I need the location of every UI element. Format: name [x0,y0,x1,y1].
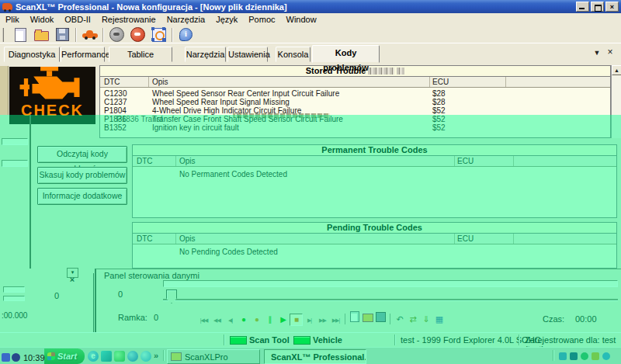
slider-thumb[interactable] [166,289,177,303]
quick-launch-overflow[interactable]: » [154,351,158,360]
tab-close-icon[interactable]: × [605,47,616,57]
close-button[interactable]: × [605,2,619,12]
menu-obd2[interactable]: OBD-II [59,15,96,24]
restore-button[interactable] [591,2,604,12]
tab-performance[interactable]: Performance [61,47,105,62]
menu-narzedzia[interactable]: Narzędzia [161,15,211,24]
windows-logo-icon [47,352,55,360]
vehicle-button[interactable] [79,26,100,43]
col-opis[interactable]: Opis [152,78,168,86]
menu-jezyk[interactable]: Język [210,15,243,24]
close-icon[interactable]: × [67,275,78,285]
car-icon [82,30,98,40]
quick-launch-icon[interactable] [141,351,151,362]
swap-button[interactable]: ⇄ [406,314,419,326]
scroll-up-button[interactable]: ▲ [612,65,621,75]
empty-row: No Pending Codes Detected [133,248,616,258]
save-file-button[interactable] [52,26,73,43]
frame-label: Ramka: [118,313,147,322]
quick-launch-icon[interactable] [114,351,125,362]
fast-forward-button[interactable]: ▶▶ [316,314,329,327]
screen: ScanXL™ Professional - Nowa konfiguracja… [0,0,621,364]
slider-value: 0 [118,289,123,299]
col-opis[interactable]: Opis [179,157,196,165]
task-scanxlpro[interactable]: ScanXLPro [167,349,260,364]
grid-button[interactable]: ▦ [432,314,446,326]
empty-row: No Permanent Codes Detected [133,170,616,181]
skip-start-button[interactable]: |◀◀ [197,314,210,327]
start-button[interactable]: Start [44,348,85,364]
disconnect-button[interactable] [127,26,148,43]
record-button[interactable]: ● [237,314,250,326]
quick-launch-icon[interactable] [101,351,112,362]
menu-window[interactable]: Window [281,15,322,24]
table-row[interactable]: P18044-Wheel Drive High Indicator Circui… [100,106,610,115]
export-button[interactable]: ⇓ [419,314,432,326]
new-file-button[interactable] [10,26,31,43]
col-ecu[interactable]: ECU [457,157,474,165]
marker-button[interactable]: ● [250,314,263,326]
skip-end-button[interactable]: ▶▶| [329,314,342,327]
tray-icon[interactable] [570,352,578,360]
read-codes-button[interactable]: Odczytaj kody problemów [37,146,127,163]
clear-codes-button[interactable]: Skasuj kody problemów [37,167,127,184]
col-dtc[interactable]: DTC [137,234,153,243]
app-icon [2,3,12,10]
table-row[interactable]: B1352Ignition key in circuit fault$52 [100,123,610,132]
tab-dropdown-icon[interactable]: ▼ [592,49,602,57]
tab-kody-problemow[interactable]: Kody problemów [312,45,380,63]
rewind-button[interactable]: ◀◀ [210,314,224,327]
col-ecu[interactable]: ECU [457,234,474,243]
table-row[interactable]: C1237Wheel Speed Rear Input Signal Missi… [100,98,610,106]
quick-launch-icon[interactable] [127,351,138,362]
stop-button[interactable]: ■ [290,314,303,326]
open-folder-icon [34,31,49,41]
fragment-time: :00.000 [2,311,27,320]
glitch-artifact [2,138,28,145]
col-dtc[interactable]: DTC [104,78,120,86]
additional-info-button[interactable]: Informacje dodatkowe [37,188,127,205]
open-file-button[interactable] [31,26,52,43]
connect-button[interactable] [106,26,127,43]
dashboard-button[interactable] [148,26,169,43]
tray-icon[interactable] [12,353,20,362]
menu-rejestrowanie[interactable]: Rejestrowanie [96,15,161,24]
quick-launch-ie-icon[interactable]: e [88,351,99,362]
slider-track[interactable] [163,299,618,301]
minimize-button[interactable] [576,2,589,12]
toolbar-grip[interactable] [2,28,7,42]
table-row[interactable]: C1230Wheel Speed Sensor Rear Center Inpu… [100,89,610,98]
menu-widok[interactable]: Widok [25,15,60,24]
tab-konsola[interactable]: Konsola [276,47,310,62]
tray-icon[interactable] [602,352,610,360]
pending-codes-title: Pending Trouble Codes [133,223,616,234]
menu-pomoc[interactable]: Pomoc [243,15,280,24]
col-ecu[interactable]: ECU [432,78,449,86]
open-log-button[interactable] [361,312,374,324]
save-log-button[interactable] [374,311,387,324]
tray-icon[interactable] [559,352,567,360]
step-back-button[interactable]: ◀| [224,314,237,327]
new-log-button[interactable] [348,310,361,323]
col-opis[interactable]: Opis [179,234,196,243]
info-button[interactable]: i [175,26,196,43]
step-forward-button[interactable]: ▶| [303,314,316,327]
tab-ustawienia[interactable]: Ustawienia [227,47,268,62]
scan-tool-led [230,336,247,345]
taskbar: Start e » ScanXLPro ScanXL™ Professional… [0,347,621,364]
task-scanxl-professional[interactable]: ScanXL™ Professional... [264,349,366,364]
tab-diagnostyka[interactable]: Diagnostyka [4,47,60,62]
glitch-artifact [397,68,404,75]
tab-tablice-rozdzielcze[interactable]: Tablice rozdzielcze [109,47,172,62]
col-dtc[interactable]: DTC [137,157,153,165]
undo-button[interactable]: ↶ [393,314,406,326]
menu-plik[interactable]: Plik [0,15,25,24]
tray-icon[interactable] [592,352,599,360]
stored-codes-scrollbar[interactable]: ▲ [611,65,621,138]
pause-button[interactable]: ∥ [263,314,276,326]
tray-icon[interactable] [581,352,588,360]
tab-narzedzia[interactable]: Narzędzia [185,47,226,62]
play-button[interactable]: ▶ [276,314,290,326]
tray-icon[interactable] [2,353,10,362]
table-row[interactable]: P1836Transfer Case Front Shaft Speed Sen… [100,115,610,123]
